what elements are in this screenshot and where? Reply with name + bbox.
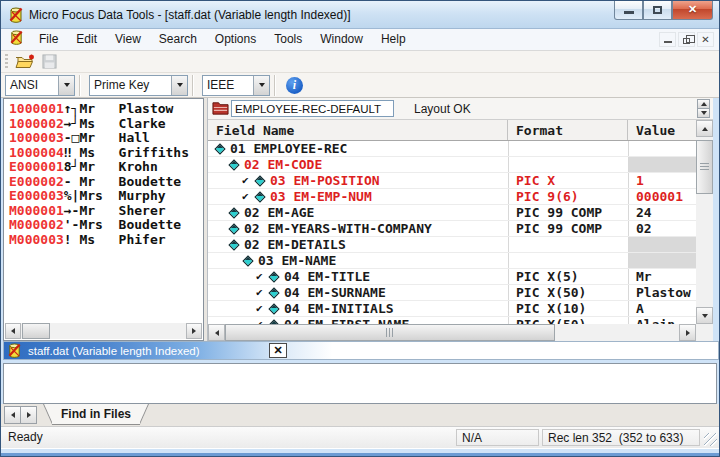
record-id: 1000002 [9,116,64,131]
mdi-system-menu-icon[interactable] [9,30,24,49]
field-row[interactable]: ✔03 EM-EMP-NUMPIC 9(6)000001 [208,189,696,205]
field-name: 02 EM-AGE [244,205,314,220]
field-format: PIC X [508,173,628,188]
minimize-button[interactable] [614,1,643,20]
info-button[interactable]: i [286,77,303,94]
record-row[interactable]: E000002- Mr Boudette [9,175,202,190]
key-combo[interactable]: Prime Key [89,75,188,96]
charset-combo-dropdown[interactable] [58,76,74,95]
mdi-client-area: 1000001↑┐Mr Plastow1000002→┘Ms Clarke100… [1,98,719,341]
field-name: 02 EM-CODE [244,157,322,172]
check-icon: ✔ [256,286,268,299]
field-name: 04 EM-SURNAME [284,285,386,300]
menu-item-options[interactable]: Options [206,29,265,50]
chevron-down-icon [177,83,183,87]
tab-scroll-right-button[interactable] [20,406,37,424]
field-row[interactable]: ✔04 EM-SURNAMEPIC X(50)Plastow [208,285,696,301]
record-row[interactable]: 1000002→┘Ms Clarke [9,117,202,132]
record-row[interactable]: 1000003-□Mr Hall [9,131,202,146]
info-icon: i [293,78,296,93]
field-row[interactable]: 03 EM-NAME [208,253,696,269]
field-format: PIC 99 COMP [508,205,628,220]
record-row[interactable]: M000002'-Mrs Boudette [9,218,202,233]
record-id: M000003 [9,232,64,247]
key-combo-dropdown[interactable] [171,76,187,95]
menu-item-help[interactable]: Help [372,29,415,50]
field-row[interactable]: 02 EM-AGEPIC 99 COMP24 [208,205,696,221]
scroll-thumb[interactable] [696,140,713,194]
mdi-restore-button[interactable] [678,32,695,47]
record-text: Mr Plastow [79,101,173,116]
scroll-right-icon [686,330,690,336]
tab-find-in-files[interactable]: Find in Files [43,404,149,425]
mdi-minimize-button[interactable] [659,32,676,47]
record-text: Mrs Murphy [79,188,165,203]
field-row[interactable]: 02 EM-CODE [208,157,696,173]
record-text: Mrs Boudette [79,217,181,232]
field-row[interactable]: ✔04 EM-FIRST-NAMEPIC X(50)Alain [208,317,696,324]
maximize-button[interactable] [643,1,672,20]
field-row[interactable]: ✔03 EM-POSITIONPIC X1 [208,173,696,189]
float-format-combo[interactable]: IEEE [202,75,270,96]
float-format-combo-dropdown[interactable] [253,76,269,95]
document-close-button[interactable]: ✕ [269,343,287,358]
record-row[interactable]: M000001→-Mr Sherer [9,204,202,219]
scroll-thumb[interactable] [225,324,555,341]
field-diamond-icon [228,223,239,234]
options-toolbar: ANSI Prime Key IEEE i [1,73,719,98]
field-row[interactable]: ✔04 EM-TITLEPIC X(5)Mr [208,269,696,285]
menu-item-file[interactable]: File [30,29,67,50]
toolbar-grip[interactable] [5,54,8,70]
record-id: 1000003 [9,130,64,145]
menu-item-window[interactable]: Window [311,29,372,50]
field-diamond-icon [242,255,253,266]
document-caption-bar[interactable]: staff.dat (Variable length Indexed) ✕ [3,341,719,360]
title-bar: Micro Focus Data Tools - [staff.dat (Var… [1,1,719,29]
scroll-left-button[interactable] [5,323,21,339]
open-file-button[interactable] [13,52,37,72]
record-row[interactable]: E0000018┘Mr Krohn [9,160,202,175]
spinner-down-icon [701,111,707,115]
record-row[interactable]: M000003! Ms Phifer [9,233,202,248]
mdi-restore-icon [683,38,690,44]
app-icon [8,7,24,27]
tab-scroll-left-button[interactable] [4,406,21,424]
record-text: Ms Phifer [79,232,165,247]
field-value: Mr [628,269,696,284]
record-name-input[interactable] [231,100,394,117]
scroll-left-button[interactable] [208,324,225,341]
scroll-thumb[interactable] [22,323,50,339]
mdi-close-icon: ✕ [698,33,713,47]
field-row[interactable]: 02 EM-YEARS-WITH-COMPANYPIC 99 COMP02 [208,221,696,237]
scroll-down-button[interactable] [696,307,713,324]
record-row[interactable]: 1000004‼ Ms Griffiths [9,146,202,161]
column-header-value[interactable]: Value [628,120,696,140]
field-table-header: Field Name Format Value [208,120,696,141]
field-value: 000001 [628,189,696,204]
record-row[interactable]: E000003%|Mrs Murphy [9,189,202,204]
check-icon: ✔ [256,270,268,283]
record-row[interactable]: 1000001↑┐Mr Plastow [9,102,202,117]
column-header-format[interactable]: Format [508,120,628,140]
column-header-field-name[interactable]: Field Name [208,120,508,140]
record-spinner-down[interactable] [697,108,710,118]
save-button[interactable] [37,52,61,72]
menu-item-tools[interactable]: Tools [265,29,311,50]
field-format [508,237,628,252]
scroll-up-button[interactable] [696,120,713,137]
field-row[interactable]: ✔04 EM-INITIALSPIC X(10)A [208,301,696,317]
scroll-right-button[interactable] [186,323,202,339]
resize-grip[interactable] [704,433,717,446]
field-row[interactable]: 01 EMPLOYEE-REC [208,141,696,157]
menu-item-edit[interactable]: Edit [67,29,106,50]
field-row[interactable]: 02 EM-DETAILS [208,237,696,253]
scroll-right-icon [192,328,196,334]
field-diamond-icon [268,287,279,298]
close-button[interactable]: ✕ [672,1,713,20]
mdi-close-button[interactable]: ✕ [697,32,714,47]
menu-item-search[interactable]: Search [150,29,206,50]
record-list-panel: 1000001↑┐Mr Plastow1000002→┘Ms Clarke100… [3,98,204,341]
menu-item-view[interactable]: View [106,29,150,50]
scroll-right-button[interactable] [679,324,696,341]
charset-combo[interactable]: ANSI [5,75,75,96]
